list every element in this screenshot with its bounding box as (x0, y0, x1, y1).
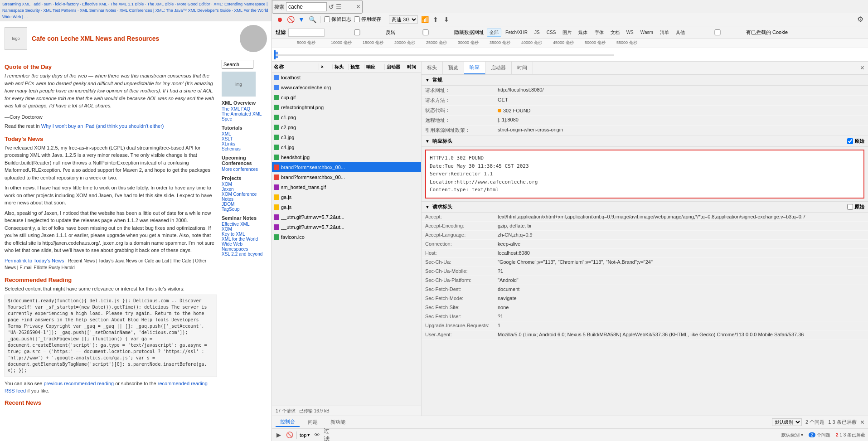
col-headers-header[interactable]: 标头 (333, 64, 349, 70)
tab-time[interactable]: 时间 (512, 62, 533, 74)
filter-media-btn[interactable]: 媒体 (576, 29, 590, 37)
request-item[interactable]: cup.gif (272, 92, 421, 102)
gear-icon[interactable]: ⚙ (856, 15, 864, 24)
filter-all-btn[interactable]: 全部 (487, 29, 501, 37)
level-select[interactable]: 默认级别 (772, 418, 802, 426)
sem-3[interactable]: Key to XML (222, 232, 267, 237)
close-search-icon[interactable]: × (356, 3, 360, 11)
new-features-tab-btn[interactable]: 新功能 (326, 418, 350, 426)
blocked-cookies-checkbox[interactable]: 有已拦截的 Cookie (690, 29, 788, 36)
console-tab-btn[interactable]: 控制台 (276, 417, 300, 427)
stop-icon[interactable]: 🚫 (286, 15, 295, 24)
col-time-header[interactable]: 时间 (405, 64, 421, 70)
tut-1[interactable]: XML (222, 131, 267, 136)
download-icon[interactable]: ⬇ (442, 15, 451, 24)
request-headers-section-header[interactable]: ▼ 请求标头 原始 (422, 201, 868, 213)
funnel-icon[interactable]: ▼ (297, 15, 305, 24)
location-select[interactable]: top ▾ (300, 432, 310, 438)
record-icon[interactable]: ⏺ (276, 15, 284, 24)
request-item[interactable]: sm_hosted_trans.gif (272, 182, 421, 192)
col-status-header[interactable]: × (319, 64, 333, 69)
filter-icon[interactable]: 过滤 (324, 431, 332, 439)
sem-5[interactable]: Namespaces (222, 247, 267, 252)
filter-font-btn[interactable]: 字体 (592, 29, 606, 37)
request-item[interactable]: refactoringhtml.png (272, 102, 421, 112)
tab-headers[interactable]: 标头 (422, 62, 443, 74)
tut-2[interactable]: XSLT (222, 136, 267, 141)
col-preview-header[interactable]: 预览 (349, 64, 364, 70)
request-item[interactable]: ga.js (272, 202, 421, 212)
close-bottom-btn[interactable]: × (860, 418, 864, 426)
search-input-sidebar[interactable] (222, 60, 253, 69)
detail-close-btn[interactable]: × (857, 64, 868, 72)
blocked-cookies-input[interactable] (690, 29, 745, 35)
filter-doc-btn[interactable]: 文档 (608, 29, 622, 37)
tab-initiator[interactable]: 启动器 (485, 62, 512, 74)
tab-response[interactable]: 响应 (464, 62, 485, 74)
disable-cache-checkbox[interactable]: 停用缓存 (354, 16, 381, 23)
request-item[interactable]: c4.jpg (272, 142, 421, 152)
request-item[interactable]: brand?form=searchbox_00... (272, 162, 421, 172)
tut-3[interactable]: XLinks (222, 141, 267, 146)
filter-input[interactable] (288, 29, 325, 37)
request-raw-checkbox[interactable] (847, 204, 853, 210)
permalink-link[interactable]: Permalink to Today's News (5, 258, 64, 263)
filter-img-btn[interactable]: 图片 (560, 29, 574, 37)
request-item[interactable]: www.cafeconleche.org (272, 82, 421, 92)
sem-1[interactable]: Effective XML (222, 222, 267, 227)
network-speed-select[interactable]: 高速 3G (389, 15, 418, 24)
hide-data-urls-checkbox[interactable]: 隐藏数据网址 (398, 29, 484, 36)
sem-4[interactable]: XML for the World Wide Web (222, 237, 267, 247)
wifi-icon[interactable]: 📶 (421, 15, 429, 24)
col-name-header[interactable]: 名称 (272, 63, 319, 70)
request-item[interactable]: c2.png (272, 122, 421, 132)
filter-clear-btn[interactable]: 清单 (657, 29, 672, 37)
previous-recommended-link[interactable]: previous recommended reading (44, 381, 114, 386)
invert-input[interactable] (330, 29, 384, 35)
proj-5[interactable]: TagSoup (222, 207, 267, 212)
request-item[interactable]: favicon.ico (272, 232, 421, 242)
issues-tab-btn[interactable]: 问题 (303, 418, 322, 426)
request-raw-checkbox-label[interactable]: 原始 (847, 204, 864, 210)
run-icon[interactable]: ▶ (275, 431, 283, 439)
response-raw-checkbox-label[interactable]: 原始 (847, 138, 864, 145)
filter-other-btn[interactable]: 其他 (673, 29, 688, 37)
request-item[interactable]: c1.png (272, 112, 421, 122)
search-field[interactable] (286, 2, 327, 11)
filter-css-btn[interactable]: CSS (544, 29, 559, 36)
eye-icon[interactable]: 👁 (313, 431, 321, 439)
filter-js-btn[interactable]: JS (532, 29, 543, 36)
preserve-log-input[interactable] (324, 16, 330, 22)
xml-link-2[interactable]: The Annotated XML Spec (222, 111, 267, 121)
response-headers-section-header[interactable]: ▼ 响应标头 原始 (422, 136, 868, 147)
request-item[interactable]: headshot.jpg (272, 152, 421, 162)
invert-checkbox[interactable]: 反转 (330, 29, 396, 36)
search-close-icon[interactable]: ☰ (336, 3, 342, 10)
proj-3[interactable]: XOM Conference Notes (222, 192, 267, 202)
filter-fetchxhr-btn[interactable]: Fetch/XHR (503, 29, 530, 36)
sem-2[interactable]: XOM (222, 227, 267, 232)
search-refresh-icon[interactable]: ↺ (329, 3, 334, 10)
disable-cache-input[interactable] (354, 16, 360, 22)
request-item[interactable]: c3.jpg (272, 132, 421, 142)
clear-console-icon[interactable]: 🚫 (286, 431, 294, 439)
proj-4[interactable]: JDOM (222, 202, 267, 207)
request-item[interactable]: brand?form=searchbox_00... (272, 172, 421, 182)
filter-ws-btn[interactable]: WS (624, 29, 636, 36)
upload-icon[interactable]: ⬆ (432, 15, 440, 24)
response-raw-checkbox[interactable] (847, 138, 853, 144)
request-item[interactable]: ga.js (272, 192, 421, 202)
preserve-log-checkbox[interactable]: 保留日志 (324, 16, 351, 23)
col-response-header[interactable]: 响应 (364, 64, 385, 70)
proj-1[interactable]: XOM (222, 182, 267, 187)
hide-data-urls-input[interactable] (398, 29, 453, 35)
tut-4[interactable]: Schemas (222, 146, 267, 151)
read-rest-link[interactable]: Why I won't buy an iPad (and think you s… (41, 123, 164, 129)
proj-2[interactable]: Jaxen (222, 187, 267, 192)
xml-link-1[interactable]: The XML FAQ (222, 107, 267, 111)
search-icon[interactable]: 🔍 (308, 15, 316, 24)
filter-wasm-btn[interactable]: Wasm (638, 29, 656, 36)
tab-preview[interactable]: 预览 (443, 62, 464, 74)
col-initiator-header[interactable]: 启动器 (385, 64, 405, 70)
general-section-header[interactable]: ▼ 常规 (422, 74, 868, 86)
